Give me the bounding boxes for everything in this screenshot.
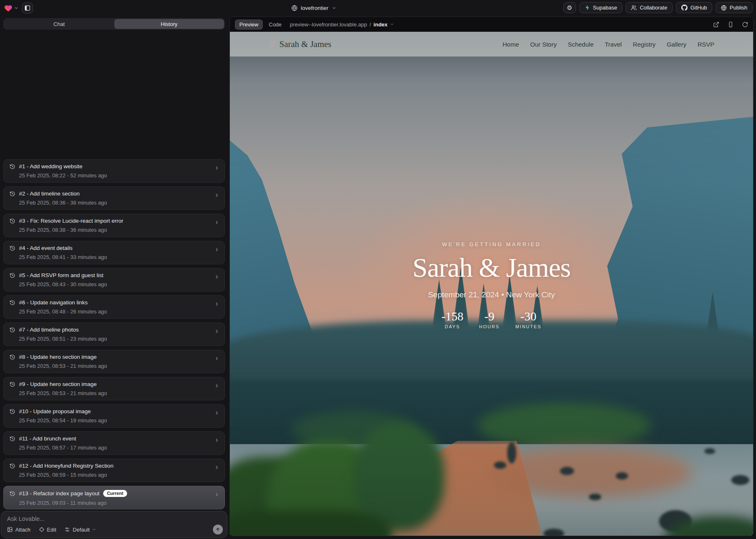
history-item-6[interactable]: #6 - Update navigation links 25 Feb 2025… bbox=[3, 295, 225, 319]
history-restore-icon bbox=[9, 191, 15, 197]
chevron-right-icon[interactable] bbox=[214, 356, 220, 361]
open-external-icon[interactable] bbox=[713, 21, 719, 28]
attach-label: Attach bbox=[15, 527, 31, 533]
send-button[interactable] bbox=[213, 525, 223, 534]
history-item-timestamp: 25 Feb 2025, 08:51 - 23 minutes ago bbox=[19, 336, 219, 342]
tab-chat[interactable]: Chat bbox=[4, 19, 114, 29]
nav-link-schedule[interactable]: Schedule bbox=[568, 41, 594, 48]
sidebar-toggle-button[interactable] bbox=[22, 2, 33, 14]
nav-link-our-story[interactable]: Our Story bbox=[530, 41, 557, 48]
preview-url[interactable]: preview--lovefrontier.lovable.app / inde… bbox=[290, 21, 394, 28]
mode-selector[interactable]: Default bbox=[64, 527, 96, 533]
countdown-unit: -30 MINUTES bbox=[515, 311, 542, 329]
chevron-down-icon bbox=[332, 6, 336, 10]
history-restore-icon bbox=[9, 327, 15, 333]
history-item-timestamp: 25 Feb 2025, 08:48 - 26 minutes ago bbox=[19, 308, 219, 315]
history-restore-icon bbox=[9, 381, 15, 387]
history-item-timestamp: 25 Feb 2025, 08:22 - 52 minutes ago bbox=[19, 172, 219, 179]
history-item-13[interactable]: #13 - Refactor index page layout Current… bbox=[3, 486, 225, 509]
history-item-title: #6 - Update navigation links bbox=[19, 299, 88, 306]
mobile-view-icon[interactable] bbox=[728, 21, 734, 28]
bg-rock bbox=[731, 475, 749, 485]
tab-preview[interactable]: Preview bbox=[235, 19, 263, 30]
tab-history[interactable]: History bbox=[114, 19, 224, 29]
tab-code[interactable]: Code bbox=[269, 21, 281, 28]
project-switcher[interactable]: lovefrontier bbox=[291, 0, 336, 16]
bg-river-reflection bbox=[275, 441, 543, 536]
chevron-right-icon[interactable] bbox=[214, 274, 220, 280]
panel-left-icon bbox=[24, 5, 31, 11]
site-brand-name: Sarah & James bbox=[279, 39, 331, 49]
history-item-10[interactable]: #10 - Update proposal image 25 Feb 2025,… bbox=[3, 404, 225, 428]
site-nav: HomeOur StoryScheduleTravelRegistryGalle… bbox=[503, 41, 714, 48]
history-item-9[interactable]: #9 - Update hero section image 25 Feb 20… bbox=[3, 377, 225, 400]
refresh-icon[interactable] bbox=[742, 21, 748, 28]
history-item-title: #10 - Update proposal image bbox=[19, 408, 91, 414]
chevron-right-icon[interactable] bbox=[214, 301, 220, 307]
supabase-button[interactable]: Supabase bbox=[579, 2, 623, 13]
bg-grass bbox=[662, 516, 753, 536]
history-item-title: #7 - Add timeline photos bbox=[19, 327, 79, 333]
chevron-right-icon[interactable] bbox=[214, 410, 220, 416]
chevron-right-icon[interactable] bbox=[214, 383, 220, 388]
chevron-right-icon[interactable] bbox=[214, 465, 220, 470]
users-icon bbox=[631, 5, 637, 11]
publish-button[interactable]: Publish bbox=[716, 2, 753, 13]
countdown-value: -158 bbox=[442, 311, 463, 322]
settings-button[interactable]: ⚙ bbox=[563, 2, 576, 13]
history-item-11[interactable]: #11 - Add brunch event 25 Feb 2025, 08:5… bbox=[3, 431, 225, 455]
history-item-timestamp: 25 Feb 2025, 08:38 - 36 minutes ago bbox=[19, 227, 219, 233]
history-item-7[interactable]: #7 - Add timeline photos 25 Feb 2025, 08… bbox=[3, 322, 225, 346]
history-item-4[interactable]: #4 - Add event details 25 Feb 2025, 08:4… bbox=[3, 241, 225, 264]
attach-button[interactable]: Attach bbox=[7, 527, 31, 533]
countdown-unit: -9 HOURS bbox=[479, 311, 500, 329]
history-item-5[interactable]: #5 - Add RSVP form and guest list 25 Feb… bbox=[3, 268, 225, 292]
hero-eyebrow: WE'RE GETTING MARRIED bbox=[230, 241, 753, 247]
nav-link-home[interactable]: Home bbox=[503, 41, 519, 48]
bg-grass bbox=[354, 424, 444, 531]
chevron-right-icon[interactable] bbox=[214, 165, 220, 171]
nav-link-registry[interactable]: Registry bbox=[633, 41, 656, 48]
history-item-title: #8 - Update hero section image bbox=[19, 354, 97, 360]
history-item-12[interactable]: #12 - Add Honeyfund Registry Section 25 … bbox=[3, 459, 225, 482]
history-item-title: #12 - Add Honeyfund Registry Section bbox=[19, 463, 113, 469]
chevron-right-icon[interactable] bbox=[214, 247, 220, 252]
app-window: lovefrontier ⚙ Supabase Collaborate bbox=[0, 0, 756, 539]
nav-link-gallery[interactable]: Gallery bbox=[667, 41, 687, 48]
history-item-2[interactable]: #2 - Add timeline section 25 Feb 2025, 0… bbox=[3, 186, 225, 210]
site-brand[interactable]: ♡ Sarah & James bbox=[269, 39, 331, 49]
ask-lovable-input[interactable] bbox=[7, 515, 221, 522]
bg-rock bbox=[659, 510, 692, 532]
history-item-8[interactable]: #8 - Update hero section image 25 Feb 20… bbox=[3, 350, 225, 373]
history-item-title: #4 - Add event details bbox=[19, 245, 73, 251]
history-item-1[interactable]: #1 - Add wedding website 25 Feb 2025, 08… bbox=[3, 159, 225, 183]
sliders-icon bbox=[64, 527, 70, 532]
arrow-up-icon bbox=[215, 527, 220, 532]
github-icon bbox=[681, 5, 687, 11]
edit-select-button[interactable]: Edit bbox=[39, 527, 56, 533]
chevron-right-icon[interactable] bbox=[214, 220, 220, 225]
history-restore-icon bbox=[9, 354, 15, 360]
history-item-3[interactable]: #3 - Fix: Resolve Lucide-react import er… bbox=[3, 214, 225, 237]
preview-page: index bbox=[373, 21, 387, 28]
chevron-down-icon bbox=[92, 527, 96, 532]
lovable-logo-menu[interactable] bbox=[4, 4, 19, 12]
chevron-right-icon[interactable] bbox=[214, 492, 220, 497]
history-item-title: #11 - Add brunch event bbox=[19, 435, 76, 442]
history-item-timestamp: 25 Feb 2025, 08:57 - 17 minutes ago bbox=[19, 445, 219, 451]
gear-icon: ⚙ bbox=[567, 4, 572, 12]
nav-link-rsvp[interactable]: RSVP bbox=[697, 41, 714, 48]
collaborate-button[interactable]: Collaborate bbox=[626, 2, 673, 13]
history-item-title: #5 - Add RSVP form and guest list bbox=[19, 272, 104, 278]
bg-rock bbox=[616, 472, 628, 480]
chevron-right-icon[interactable] bbox=[214, 193, 220, 198]
chevron-right-icon[interactable] bbox=[214, 438, 220, 443]
project-name: lovefrontier bbox=[301, 5, 328, 11]
history-restore-icon bbox=[9, 273, 15, 278]
preview-toolbar: Preview Code preview--lovefrontier.lovab… bbox=[230, 17, 753, 32]
chevron-right-icon[interactable] bbox=[214, 329, 220, 334]
chat-history-tabs: Chat History bbox=[3, 18, 225, 30]
bg-rock bbox=[507, 442, 516, 464]
nav-link-travel[interactable]: Travel bbox=[605, 41, 621, 48]
github-button[interactable]: GitHub bbox=[676, 2, 712, 13]
